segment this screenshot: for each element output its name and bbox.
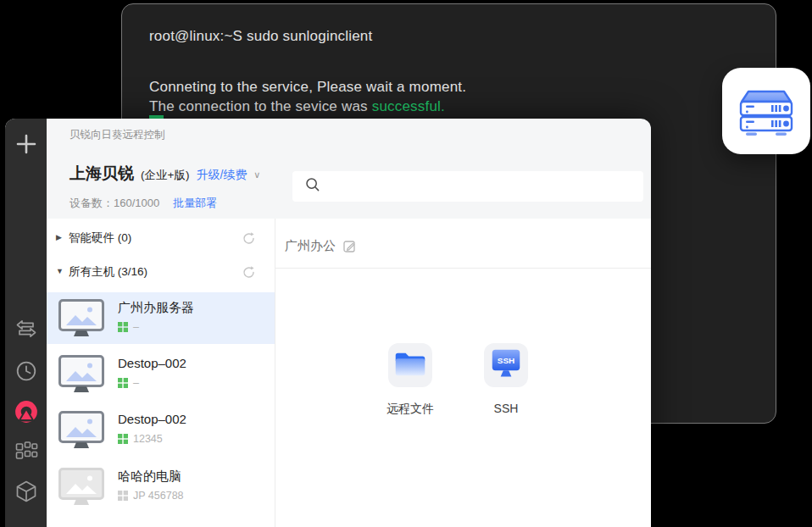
swap-arrows-icon: [14, 319, 38, 342]
account-row: 上海贝锐 (企业+版) 升级/续费 ∨: [70, 163, 260, 185]
refresh-icon[interactable]: [242, 265, 256, 283]
account-name: 上海贝锐: [70, 163, 134, 185]
sidebar-item-resources[interactable]: [5, 480, 47, 507]
ssh-tile[interactable]: SSH: [484, 343, 528, 387]
ssh-icon-text: SSH: [498, 356, 514, 365]
sunlogin-logo-icon: [14, 399, 39, 428]
sidebar-item-transfer[interactable]: [5, 319, 47, 342]
sidebar-item-history[interactable]: [5, 360, 47, 386]
device-count-label: 设备数：160/1000: [70, 196, 159, 211]
device-name: 广州办服务器: [118, 300, 194, 316]
ssh-label[interactable]: SSH: [455, 402, 557, 415]
expand-arrow-icon[interactable]: ▼: [56, 267, 64, 275]
terminal-success-text: successful.: [372, 98, 445, 114]
refresh-icon[interactable]: [242, 231, 256, 249]
account-edition: (企业+版): [141, 168, 189, 183]
windows-os-icon: [118, 378, 128, 388]
terminal-status-line-2-text: The connection to the sevice was: [149, 98, 372, 114]
tree-group-label: 所有主机 (3/16): [69, 264, 147, 280]
app-sidebar: [5, 119, 47, 527]
divider: [275, 268, 651, 269]
terminal-status-line-2: The connection to the sevice was success…: [149, 98, 445, 115]
clock-icon: [15, 360, 37, 386]
ssh-terminal-icon: SSH: [489, 348, 523, 383]
content-area: ▶ 智能硬件 (0) ▼ 所有主机 (3/16): [47, 219, 651, 527]
search-bar[interactable]: [292, 171, 643, 202]
sunlogin-app-window: 贝锐向日葵远程控制 上海贝锐 (企业+版) 升级/续费 ∨ 设备数：160/10…: [5, 119, 651, 527]
windows-os-icon: [118, 434, 128, 444]
device-row-destop-002-b[interactable]: Destop–002 12345: [47, 404, 275, 456]
device-status-text: JP 456788: [133, 490, 184, 502]
chevron-down-icon[interactable]: ∨: [253, 169, 260, 180]
window-title: 贝锐向日葵远程控制: [70, 128, 165, 142]
device-list-panel: ▶ 智能硬件 (0) ▼ 所有主机 (3/16): [47, 219, 275, 527]
device-status: JP 456788: [118, 490, 184, 502]
terminal-prompt-line: root@linux:~S sudo sunloginclient: [149, 28, 372, 45]
monitor-icon-offline: [58, 468, 104, 510]
edit-group-button[interactable]: [343, 240, 356, 256]
server-icon-card: [722, 68, 810, 154]
plus-icon: [14, 132, 38, 159]
search-icon: [305, 177, 320, 196]
monitor-icon: [58, 355, 104, 397]
windows-os-icon: [118, 491, 128, 501]
windows-os-icon: [118, 322, 128, 332]
monitor-icon: [58, 299, 104, 341]
device-status-text: –: [133, 321, 139, 333]
device-row-guangzhou-server[interactable]: 广州办服务器 –: [47, 292, 275, 344]
terminal-status-line-1: Conneting to the service, Please wait a …: [149, 79, 466, 96]
device-name: Destop–002: [118, 356, 186, 370]
device-status-text: 12345: [133, 433, 163, 445]
upgrade-renew-link[interactable]: 升级/续费: [196, 168, 247, 183]
edit-pencil-icon: [343, 241, 356, 255]
remote-files-label[interactable]: 远程文件: [359, 402, 461, 417]
remote-files-folder-icon: [393, 350, 427, 381]
group-title: 广州办公: [285, 238, 336, 254]
device-name: Destop–002: [118, 412, 186, 426]
tree-group-smart-hardware[interactable]: ▶ 智能硬件 (0): [47, 229, 275, 251]
device-status-text: –: [133, 377, 139, 389]
sidebar-item-sunlogin-home[interactable]: [5, 399, 47, 428]
monitor-icon: [58, 411, 104, 453]
device-status: –: [118, 377, 139, 389]
device-row-haha-computer[interactable]: 哈哈的电脑 JP 456788: [47, 461, 275, 513]
add-device-button[interactable]: [5, 132, 47, 159]
search-input[interactable]: [329, 171, 643, 202]
tree-group-all-hosts[interactable]: ▼ 所有主机 (3/16): [47, 263, 275, 285]
cube-icon: [14, 480, 38, 507]
device-name: 哈哈的电脑: [118, 469, 181, 485]
group-detail-panel: 广州办公: [275, 219, 651, 527]
sidebar-item-apps[interactable]: [5, 441, 47, 466]
device-status: –: [118, 321, 139, 333]
apps-grid-icon: [14, 441, 38, 466]
server-icon: [736, 81, 797, 141]
collapse-arrow-icon[interactable]: ▶: [56, 233, 62, 241]
remote-files-tile[interactable]: [388, 343, 432, 387]
device-count-row: 设备数：160/1000 批量部署: [70, 196, 217, 211]
device-row-destop-002[interactable]: Destop–002 –: [47, 348, 275, 400]
device-status: 12345: [118, 433, 163, 445]
tree-group-label: 智能硬件 (0): [69, 230, 131, 246]
batch-deploy-link[interactable]: 批量部署: [173, 196, 217, 211]
